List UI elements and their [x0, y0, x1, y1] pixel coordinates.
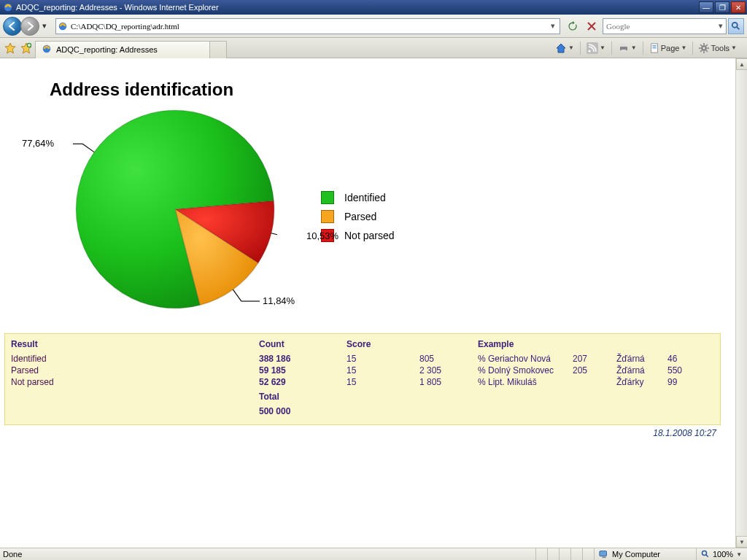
help-button[interactable] [741, 40, 744, 56]
address-dropdown[interactable]: ▾ [546, 21, 560, 31]
back-button[interactable] [3, 17, 22, 36]
table-row: Parsed59 185152 305% Dolný Smokovec205Žď… [11, 365, 714, 376]
col-example: Example [478, 338, 573, 350]
tab-bar: ADQC_reporting: Addresses ▼ ▼ ▼ Page ▼ T… [0, 38, 747, 58]
col-count: Count [259, 338, 347, 350]
forward-button[interactable] [20, 17, 39, 36]
page-viewport: Address identification [0, 58, 747, 548]
pie-label-parsed: 11,84% [263, 295, 295, 306]
col-result: Result [11, 338, 259, 350]
legend-label-identified: Identified [344, 192, 386, 203]
svg-point-12 [703, 47, 705, 49]
status-bar: Done My Computer 100% ▼ [0, 548, 747, 560]
status-pane-empty5 [582, 548, 594, 560]
page-menu-button[interactable]: Page ▼ [646, 40, 690, 56]
svg-point-6 [588, 50, 590, 52]
nav-toolbar: ▾ ▾ ▾ [0, 15, 747, 38]
tools-menu-label: Tools [711, 44, 729, 52]
refresh-button[interactable] [565, 18, 581, 34]
window-title: ADQC_reporting: Addresses - Windows Inte… [16, 3, 219, 12]
tab-current[interactable]: ADQC_reporting: Addresses [35, 41, 210, 58]
svg-line-17 [271, 233, 277, 237]
address-input[interactable] [69, 22, 546, 31]
scroll-up-button[interactable]: ▲ [736, 58, 747, 70]
nav-history-dropdown[interactable]: ▾ [39, 17, 50, 36]
home-button[interactable]: ▼ [552, 40, 577, 56]
status-zoom[interactable]: 100% ▼ [696, 548, 747, 560]
pie-chart: 77,64% 10,53% 11,84% [29, 107, 292, 326]
status-text: Done [0, 550, 22, 559]
add-favorite-button[interactable] [19, 41, 34, 55]
svg-rect-9 [622, 50, 626, 52]
svg-point-21 [703, 551, 707, 556]
legend-label-parsed: Parsed [344, 211, 376, 222]
ie-icon [3, 2, 13, 12]
pie-label-notparsed: 10,53% [306, 230, 338, 241]
legend-swatch-parsed [321, 210, 334, 223]
favorites-center-button[interactable] [3, 41, 18, 55]
col-score: Score [347, 338, 419, 350]
report-timestamp: 18.1.2008 10:27 [0, 425, 725, 438]
status-pane-empty2 [547, 548, 559, 560]
table-row: Identified388 18615805% Geriachov Nová20… [11, 353, 714, 365]
stop-button[interactable] [584, 18, 600, 34]
minimize-button[interactable]: — [699, 1, 713, 13]
window-titlebar: ADQC_reporting: Addresses - Windows Inte… [0, 0, 747, 15]
status-pane-empty4 [570, 548, 582, 560]
total-value: 500 000 [259, 405, 347, 417]
new-tab-button[interactable] [209, 41, 227, 58]
address-page-icon [56, 21, 69, 31]
close-button[interactable]: ✕ [731, 1, 746, 13]
svg-rect-8 [622, 44, 626, 47]
restore-button[interactable]: ❐ [715, 1, 729, 13]
search-go-button[interactable] [728, 18, 744, 34]
chart-title: Address identification [50, 79, 725, 100]
results-table: Result Count Score Example Identified388… [4, 333, 721, 425]
feeds-button[interactable]: ▼ [584, 40, 608, 56]
legend-label-notparsed: Not parsed [344, 230, 394, 241]
search-box[interactable]: ▾ [603, 18, 727, 34]
tools-menu-button[interactable]: Tools ▼ [696, 40, 740, 56]
legend-swatch-identified [321, 191, 334, 204]
svg-point-2 [732, 22, 738, 27]
status-pane-empty3 [559, 548, 570, 560]
svg-line-15 [233, 289, 241, 301]
print-button[interactable]: ▼ [615, 40, 640, 56]
tab-title: ADQC_reporting: Addresses [56, 45, 158, 54]
search-input[interactable] [603, 22, 716, 31]
scroll-down-button[interactable]: ▼ [736, 536, 747, 548]
address-bar[interactable]: ▾ [55, 18, 560, 34]
page-menu-label: Page [661, 44, 680, 52]
status-pane-empty1 [535, 548, 547, 560]
svg-rect-20 [602, 557, 605, 559]
table-row: Not parsed52 629151 805% Lipt. MikulášŽď… [11, 376, 714, 388]
status-zone: My Computer [594, 548, 696, 560]
pie-label-identified: 77,64% [22, 138, 54, 149]
search-dropdown[interactable]: ▾ [716, 21, 726, 31]
svg-rect-19 [600, 551, 607, 556]
total-label: Total [259, 391, 347, 402]
vertical-scrollbar[interactable]: ▲ ▼ [735, 58, 747, 548]
tab-page-icon [42, 44, 52, 55]
svg-line-13 [82, 144, 94, 152]
